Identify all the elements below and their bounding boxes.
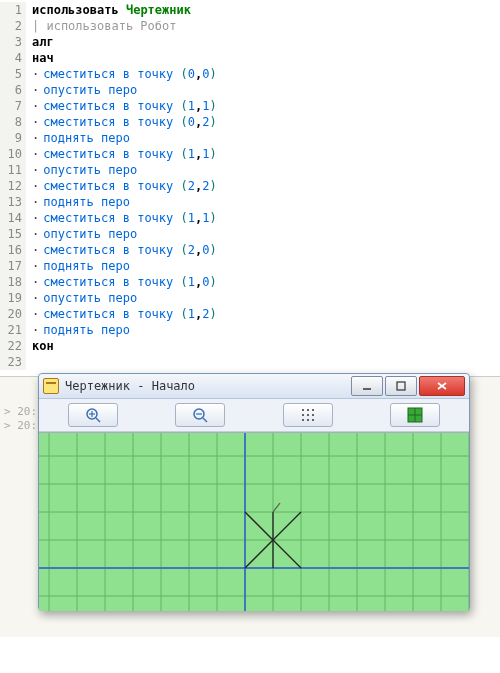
code-line[interactable]: 12·сместиться в точку (2,2)	[0, 178, 500, 194]
fit-icon	[406, 406, 424, 424]
code-line[interactable]: 17·поднять перо	[0, 258, 500, 274]
code-line[interactable]: 18·сместиться в точку (1,0)	[0, 274, 500, 290]
line-number: 20	[0, 306, 26, 322]
toolbar	[39, 399, 469, 432]
code-content: ·сместиться в точку (1,1)	[26, 210, 217, 226]
svg-line-89	[273, 512, 301, 540]
line-number: 3	[0, 34, 26, 50]
line-number: 5	[0, 66, 26, 82]
code-content: ·опустить перо	[26, 290, 137, 306]
line-number: 6	[0, 82, 26, 98]
code-editor[interactable]: 1использовать Чертежник2| использовать Р…	[0, 0, 500, 376]
code-line[interactable]: 23	[0, 354, 500, 370]
zoom-out-button[interactable]	[175, 403, 225, 427]
zoom-out-icon	[191, 406, 209, 424]
line-number: 18	[0, 274, 26, 290]
app-icon	[43, 378, 59, 394]
line-number: 7	[0, 98, 26, 114]
code-line[interactable]: 2| использовать Робот	[0, 18, 500, 34]
grid-button[interactable]	[283, 403, 333, 427]
line-number: 4	[0, 50, 26, 66]
line-number: 9	[0, 130, 26, 146]
code-line[interactable]: 22кон	[0, 338, 500, 354]
code-line[interactable]: 7·сместиться в точку (1,1)	[0, 98, 500, 114]
zoom-in-button[interactable]	[68, 403, 118, 427]
log-line: > 20:	[4, 419, 37, 433]
svg-point-19	[312, 419, 314, 421]
line-number: 13	[0, 194, 26, 210]
titlebar[interactable]: Чертежник - Начало	[39, 374, 469, 399]
code-line[interactable]: 21·поднять перо	[0, 322, 500, 338]
line-number: 10	[0, 146, 26, 162]
code-line[interactable]: 13·поднять перо	[0, 194, 500, 210]
line-number: 17	[0, 258, 26, 274]
code-content: ·поднять перо	[26, 130, 130, 146]
fit-button[interactable]	[390, 403, 440, 427]
window-title: Чертежник - Начало	[65, 379, 349, 393]
maximize-button[interactable]	[385, 376, 417, 396]
code-content: использовать Чертежник	[26, 2, 191, 18]
line-number: 21	[0, 322, 26, 338]
code-content: ·сместиться в точку (1,1)	[26, 98, 217, 114]
code-content: ·сместиться в точку (1,2)	[26, 306, 217, 322]
code-content: ·сместиться в точку (1,1)	[26, 146, 217, 162]
code-content: ·сместиться в точку (0,0)	[26, 66, 217, 82]
code-line[interactable]: 19·опустить перо	[0, 290, 500, 306]
log-area: > 20: > 20:	[0, 405, 41, 433]
code-content: ·опустить перо	[26, 226, 137, 242]
svg-line-90	[273, 540, 301, 568]
code-content: ·сместиться в точку (1,0)	[26, 274, 217, 290]
code-content: ·поднять перо	[26, 194, 130, 210]
line-number: 1	[0, 2, 26, 18]
svg-line-9	[203, 418, 207, 422]
minimize-button[interactable]	[351, 376, 383, 396]
code-content: ·опустить перо	[26, 82, 137, 98]
line-number: 14	[0, 210, 26, 226]
line-number: 15	[0, 226, 26, 242]
code-content: ·поднять перо	[26, 322, 130, 338]
code-line[interactable]: 9·поднять перо	[0, 130, 500, 146]
log-line: > 20:	[4, 405, 37, 419]
code-line[interactable]: 5·сместиться в точку (0,0)	[0, 66, 500, 82]
code-line[interactable]: 20·сместиться в точку (1,2)	[0, 306, 500, 322]
code-content: алг	[26, 34, 54, 50]
code-line[interactable]: 8·сместиться в точку (0,2)	[0, 114, 500, 130]
svg-point-17	[302, 419, 304, 421]
svg-point-12	[307, 409, 309, 411]
svg-point-15	[307, 414, 309, 416]
line-number: 11	[0, 162, 26, 178]
code-content: ·сместиться в точку (2,2)	[26, 178, 217, 194]
line-number: 12	[0, 178, 26, 194]
code-line[interactable]: 1использовать Чертежник	[0, 2, 500, 18]
code-line[interactable]: 3алг	[0, 34, 500, 50]
svg-line-5	[96, 418, 100, 422]
code-line[interactable]: 14·сместиться в точку (1,1)	[0, 210, 500, 226]
code-line[interactable]: 4нач	[0, 50, 500, 66]
svg-rect-1	[397, 382, 405, 390]
code-content: ·сместиться в точку (0,2)	[26, 114, 217, 130]
svg-point-18	[307, 419, 309, 421]
close-button[interactable]	[419, 376, 465, 396]
code-content: ·поднять перо	[26, 258, 130, 274]
code-content: ·сместиться в точку (2,0)	[26, 242, 217, 258]
code-content: ·опустить перо	[26, 162, 137, 178]
svg-point-13	[312, 409, 314, 411]
line-number: 19	[0, 290, 26, 306]
code-line[interactable]: 6·опустить перо	[0, 82, 500, 98]
code-line[interactable]: 10·сместиться в точку (1,1)	[0, 146, 500, 162]
line-number: 22	[0, 338, 26, 354]
line-number: 2	[0, 18, 26, 34]
svg-line-88	[245, 512, 273, 540]
code-line[interactable]: 15·опустить перо	[0, 226, 500, 242]
drawing-canvas[interactable]	[39, 432, 469, 611]
code-line[interactable]: 11·опустить перо	[0, 162, 500, 178]
line-number: 23	[0, 354, 26, 370]
code-content: кон	[26, 338, 54, 354]
zoom-in-icon	[84, 406, 102, 424]
output-panel: > 20: > 20: Чертежник - Начало	[0, 376, 500, 637]
code-content: нач	[26, 50, 54, 66]
svg-point-11	[302, 409, 304, 411]
code-line[interactable]: 16·сместиться в точку (2,0)	[0, 242, 500, 258]
code-content: | использовать Робот	[26, 18, 177, 34]
drawer-window[interactable]: Чертежник - Начало	[38, 373, 470, 611]
